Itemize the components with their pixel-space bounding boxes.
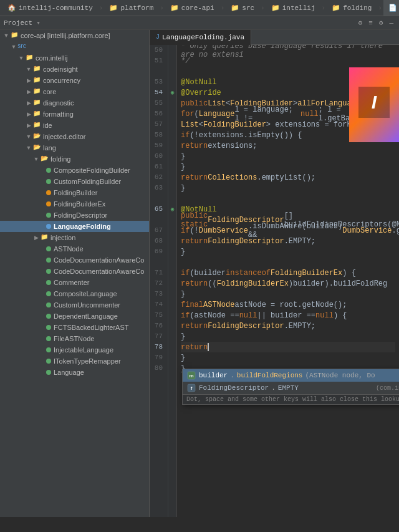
code-line-74: final ASTNode astNode = root.getNode(); [181, 299, 395, 310]
code-line-blank2 [181, 193, 395, 204]
code-line-67: if (! DumbService .isDumbAware(builder) … [181, 225, 395, 236]
tree-item-lang[interactable]: ▼ 📂 lang [0, 142, 149, 153]
file-tab-bar: J LanguageFolding.java [150, 30, 399, 45]
code-line-63: } [181, 183, 395, 193]
main-content: ▼ 📁 core-api [intellij.platform.core] ▼ … [0, 30, 399, 517]
project-tree: ▼ 📁 core-api [intellij.platform.core] ▼ … [0, 30, 149, 517]
folder-icon: 📁 [109, 4, 118, 12]
code-line-75: if (astNode == null || builder == null )… [181, 310, 395, 321]
autocomplete-popup[interactable]: m builder . buildFoldRegions (ASTNode no… [182, 369, 399, 405]
java-green-dot [46, 325, 51, 330]
tab-lang[interactable]: 📁 intellij [266, 0, 320, 16]
tree-item-folding[interactable]: ▼ 📂 folding [0, 153, 149, 165]
java-green-dot [46, 347, 51, 352]
menu-icon[interactable]: ≡ [367, 19, 375, 27]
tab-core-api[interactable]: 📁 core-api [165, 0, 219, 16]
tree-item-language[interactable]: Language [0, 367, 149, 378]
java-green-dot [46, 370, 51, 375]
tab-intellij-community[interactable]: 🏠 intellij-community [2, 0, 98, 16]
java-green-dot [46, 302, 51, 307]
tree-item-code-doc-1[interactable]: CodeDocumentationAwareCo [0, 254, 149, 266]
intellij-logo-letter: I [372, 92, 377, 113]
tree-item-custom-uncommenter[interactable]: CustomUncommenter [0, 299, 149, 311]
tree-item-folding-builder[interactable]: FoldingBuilder [0, 187, 149, 198]
folder-icon: 📁 [271, 4, 280, 12]
code-line-62: return Collections .emptyList(); [181, 172, 395, 183]
tree-item-file-astnode[interactable]: FileASTNode [0, 333, 149, 344]
java-green-dot [46, 359, 51, 364]
code-line-78: return [181, 342, 395, 352]
autocomplete-item-1[interactable]: m builder . buildFoldRegions (ASTNode no… [183, 369, 399, 382]
folder-icon: 📁 [40, 233, 49, 242]
tree-item-composite-language[interactable]: CompositeLanguage [0, 288, 149, 299]
code-editor-panel: J LanguageFolding.java 50 51 53 54 55 56… [150, 30, 399, 517]
tree-item-diagnostic[interactable]: ▶ 📁 diagnostic [0, 97, 149, 109]
java-green-dot [46, 269, 51, 274]
minimize-icon[interactable]: — [387, 19, 395, 27]
folder-icon: 📁 [32, 121, 41, 130]
java-green-dot [46, 280, 51, 285]
tree-item-com-intellij[interactable]: ▼ 📁 com.intellij [0, 52, 149, 64]
code-line-73: } [181, 289, 395, 299]
gutter-override-icon: ◉ [168, 87, 176, 98]
tree-item-codeinsight[interactable]: ▼ 📁 codeinsight [0, 64, 149, 75]
tab-languagefolding[interactable]: 📄 LanguageFolding [383, 0, 399, 16]
file-tab-label: LanguageFolding.java [162, 34, 244, 41]
code-line-72: return (( FoldingBuilderEx )builder).bui… [181, 278, 395, 289]
tree-item-injection[interactable]: ▶ 📁 injection [0, 232, 149, 243]
project-panel: ▼ 📁 core-api [intellij.platform.core] ▼ … [0, 30, 150, 517]
gutter: ◉ ◉ [168, 45, 177, 517]
tree-item-commenter[interactable]: Commenter [0, 277, 149, 288]
tree-item-code-doc-2[interactable]: CodeDocumentationAwareCo [0, 266, 149, 277]
java-blue-dot [46, 224, 51, 229]
tab-platform[interactable]: 📁 platform [104, 0, 158, 16]
tab-folding[interactable]: 📁 folding [327, 0, 377, 16]
tree-item-itoken-remapper[interactable]: ITokenTypeRemapper [0, 355, 149, 367]
folder-open-icon: 📂 [40, 155, 49, 163]
src-icon: src [17, 42, 26, 51]
folder-icon: 📁 [32, 99, 41, 107]
code-line-77: } [181, 331, 395, 342]
tree-item-astnode[interactable]: ASTNode [0, 243, 149, 254]
tree-item-injected-editor[interactable]: ▼ 📂 injected.editor [0, 131, 149, 142]
tree-item-language-folding[interactable]: LanguageFolding [0, 221, 149, 232]
java-green-dot [46, 168, 51, 173]
code-line-50: * Only queries base language results if … [181, 45, 395, 56]
tree-item-concurrency[interactable]: ▶ 📁 concurrency [0, 75, 149, 86]
tree-item-folding-descriptor[interactable]: FoldingDescriptor [0, 210, 149, 221]
java-green-dot [46, 314, 51, 319]
folder-icon: 📁 [332, 4, 340, 12]
code-line-68: return FoldingDescriptor .EMPTY; [181, 236, 395, 246]
file-tab-languagefolding[interactable]: J LanguageFolding.java [150, 30, 251, 45]
tree-item-core[interactable]: ▶ 📁 core [0, 86, 149, 97]
java-green-dot [46, 246, 51, 251]
java-green-dot [46, 213, 51, 218]
autocomplete-item-2[interactable]: f FoldingDescriptor . EMPTY (com.intelli… [183, 382, 399, 394]
tab-src[interactable]: 📁 src [226, 0, 259, 16]
code-line-60: } [181, 151, 395, 162]
project-label-text: ▾ [36, 19, 41, 27]
tree-item-fcts[interactable]: FCTSBackedLighterAST [0, 322, 149, 333]
folder-icon: 📁 [10, 31, 19, 40]
top-breadcrumb-bar: 🏠 intellij-community › 📁 platform › 📁 co… [0, 0, 399, 16]
project-label: Project [4, 19, 32, 27]
java-orange-dot [46, 190, 51, 195]
java-green-dot [46, 179, 51, 184]
tree-item-folding-builder-ex[interactable]: FoldingBuilderEx [0, 198, 149, 210]
svg-text:m: m [189, 373, 193, 379]
tree-item-ide[interactable]: ▶ 📁 ide [0, 120, 149, 131]
gutter-method-icon: ◉ [168, 204, 176, 215]
field-icon: f [186, 383, 196, 393]
tree-item-custom-folding-builder[interactable]: CustomFoldingBuilder [0, 176, 149, 187]
settings-icon[interactable]: ⚙ [357, 18, 365, 27]
tree-item-src[interactable]: ▼ src [0, 41, 149, 52]
tree-item-injectable-language[interactable]: InjectableLanguage [0, 344, 149, 355]
tree-item-dependent-language[interactable]: DependentLanguage [0, 311, 149, 322]
java-green-dot [46, 291, 51, 296]
tree-item-formatting[interactable]: ▶ 📁 formatting [0, 109, 149, 120]
tree-item-composite-folding-builder[interactable]: CompositeFoldingBuilder [0, 165, 149, 176]
tree-item-core-api[interactable]: ▼ 📁 core-api [intellij.platform.core] [0, 30, 149, 41]
svg-text:f: f [191, 385, 193, 391]
config-icon[interactable]: ⚙ [377, 18, 385, 27]
folder-icon: 📁 [32, 110, 41, 118]
